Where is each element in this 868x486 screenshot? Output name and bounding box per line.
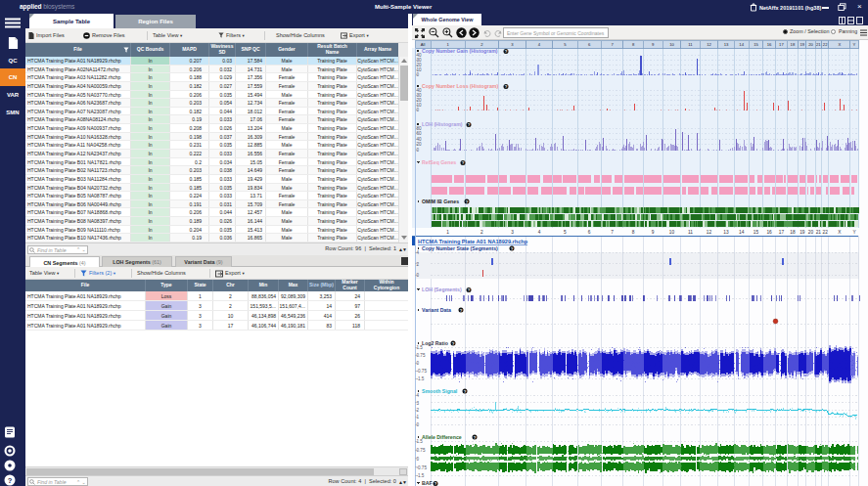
- svg-text:20: 20: [417, 142, 423, 147]
- svg-text:BAF: BAF: [422, 480, 433, 486]
- svg-text:OMIM IB Genes: OMIM IB Genes: [422, 199, 459, 204]
- svg-text:18: 18: [791, 42, 796, 47]
- svg-text:9: 9: [652, 230, 655, 235]
- svg-text:16: 16: [766, 230, 772, 235]
- svg-text:19: 19: [799, 42, 804, 47]
- svg-text:?: ?: [511, 246, 514, 251]
- svg-text:15: 15: [754, 230, 759, 235]
- svg-text:0: 0: [417, 148, 420, 153]
- svg-text:0: 0: [417, 273, 420, 278]
- svg-text:?: ?: [452, 341, 455, 346]
- svg-text:40: 40: [417, 137, 423, 142]
- svg-text:HTCMA Training Plate A01 NA189: HTCMA Training Plate A01 NA18929.rhchp: [418, 239, 528, 244]
- svg-text:12: 12: [707, 42, 711, 47]
- svg-text:6: 6: [588, 230, 591, 235]
- svg-text:0: 0: [417, 72, 420, 77]
- svg-text:17: 17: [779, 42, 784, 47]
- svg-text:?: ?: [505, 84, 508, 89]
- svg-text:14: 14: [739, 230, 745, 235]
- svg-text:0.75: 0.75: [417, 448, 426, 453]
- svg-text:1.5: 1.5: [417, 439, 424, 444]
- svg-text:10: 10: [669, 230, 675, 235]
- svg-text:-0.75: -0.75: [417, 465, 428, 470]
- svg-text:-0.75: -0.75: [417, 369, 428, 374]
- svg-text:Log2 Ratio: Log2 Ratio: [422, 340, 448, 346]
- svg-text:Smooth Signal: Smooth Signal: [422, 388, 458, 394]
- svg-text:16: 16: [767, 42, 772, 47]
- svg-text:11: 11: [688, 42, 693, 47]
- svg-text:?: ?: [468, 122, 471, 127]
- svg-text:-1.5: -1.5: [417, 473, 425, 478]
- svg-text:?: ?: [505, 49, 508, 54]
- svg-text:2: 2: [417, 408, 420, 413]
- svg-text:4: 4: [538, 230, 541, 235]
- svg-text:Y: Y: [853, 42, 856, 47]
- svg-text:14: 14: [739, 42, 744, 47]
- svg-text:1.5: 1.5: [417, 345, 424, 350]
- svg-text:7: 7: [611, 230, 614, 235]
- svg-text:2: 2: [480, 230, 483, 235]
- svg-text:LOH (Segments): LOH (Segments): [422, 287, 462, 292]
- svg-text:0.75: 0.75: [417, 353, 426, 358]
- svg-text:8: 8: [632, 230, 635, 235]
- svg-text:17: 17: [779, 230, 785, 235]
- svg-text:0: 0: [417, 361, 420, 366]
- svg-text:?: ?: [464, 389, 467, 394]
- svg-text:11: 11: [688, 230, 693, 235]
- svg-text:21: 21: [816, 42, 821, 47]
- svg-text:?: ?: [466, 199, 469, 204]
- svg-text:0: 0: [417, 108, 420, 112]
- svg-text:?: ?: [474, 435, 477, 440]
- svg-text:RefSeq Genes: RefSeq Genes: [422, 159, 456, 165]
- svg-text:X: X: [839, 42, 842, 47]
- svg-text:Copy Number Gain (Histogram): Copy Number Gain (Histogram): [422, 48, 498, 54]
- svg-text:2: 2: [417, 262, 420, 267]
- svg-text:21: 21: [816, 230, 822, 235]
- svg-text:Allele Difference: Allele Difference: [422, 434, 462, 440]
- svg-text:Copy Number State (Segments): Copy Number State (Segments): [422, 245, 498, 251]
- svg-text:3: 3: [417, 401, 420, 406]
- svg-text:4: 4: [417, 393, 420, 398]
- svg-text:20: 20: [808, 230, 814, 235]
- svg-text:5: 5: [564, 230, 567, 235]
- svg-text:15: 15: [754, 42, 758, 47]
- svg-text:10: 10: [669, 42, 674, 47]
- svg-text:20: 20: [808, 42, 813, 47]
- svg-text:80: 80: [417, 126, 423, 131]
- svg-text:13: 13: [724, 42, 729, 47]
- svg-text:4: 4: [417, 250, 420, 255]
- svg-text:?: ?: [468, 287, 471, 292]
- svg-text:Copy Number Loss (Histogram): Copy Number Loss (Histogram): [422, 83, 498, 89]
- svg-text:3: 3: [511, 230, 514, 235]
- svg-text:All: All: [421, 42, 426, 47]
- svg-text:19: 19: [799, 230, 805, 235]
- svg-text:18: 18: [790, 230, 796, 235]
- svg-text:1: 1: [446, 230, 449, 235]
- svg-text:?: ?: [462, 160, 465, 165]
- svg-text:-1.5: -1.5: [417, 376, 425, 381]
- svg-text:?: ?: [460, 308, 463, 313]
- svg-text:22: 22: [823, 42, 828, 47]
- svg-text:1: 1: [417, 415, 420, 420]
- svg-text:22: 22: [823, 230, 829, 235]
- svg-text:0: 0: [417, 422, 420, 427]
- svg-text:60: 60: [417, 131, 423, 136]
- svg-text:Variant Data: Variant Data: [422, 307, 451, 313]
- svg-text:12: 12: [707, 230, 712, 235]
- svg-text:?: ?: [8, 476, 13, 485]
- svg-text:?: ?: [434, 481, 437, 486]
- svg-text:0: 0: [417, 457, 420, 462]
- svg-text:LOH (Histogram): LOH (Histogram): [422, 121, 463, 127]
- svg-text:13: 13: [723, 230, 729, 235]
